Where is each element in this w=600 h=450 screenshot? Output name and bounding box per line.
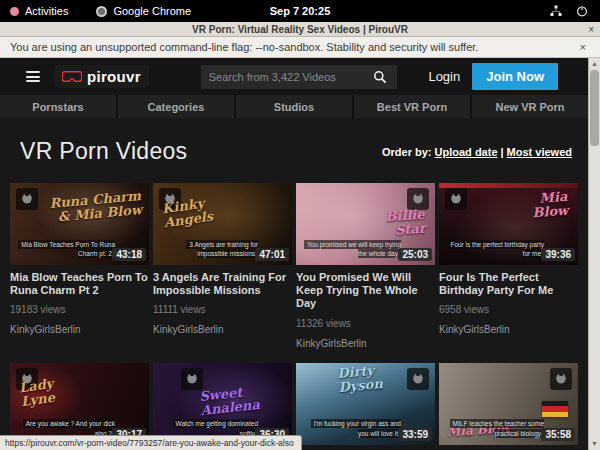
thumbnail-caption: Mia Blow Teaches Porn To Runa Charm pt. … bbox=[18, 240, 115, 260]
video-views: 11111 views bbox=[153, 304, 292, 315]
video-card: Dirty Dyson I'm fucking your virgin ass … bbox=[296, 363, 435, 450]
thumbnail-overlay-name: Billie Star bbox=[385, 208, 426, 238]
video-card: Mia Blow Four is the perfect birthday pa… bbox=[439, 183, 578, 351]
thumbnail-caption: 3 Angels are training for impossible mis… bbox=[161, 240, 258, 260]
thumbnail-caption: I'm fucking your virgin ass and you will… bbox=[304, 419, 401, 439]
video-thumbnail[interactable]: Dirty Dyson I'm fucking your virgin ass … bbox=[296, 363, 435, 445]
duration-badge: 47:01 bbox=[255, 248, 289, 261]
video-card: Billie Star You promised we will keep tr… bbox=[296, 183, 435, 351]
studio-logo-badge bbox=[16, 188, 38, 210]
video-thumbnail[interactable]: Runa Charm & Mia Blow Mia Blow Teaches P… bbox=[10, 183, 149, 265]
nav-item-categories[interactable]: Categories bbox=[118, 95, 234, 118]
studio-logo-badge bbox=[181, 368, 203, 390]
studio-link[interactable]: KinkyGirlsBerlin bbox=[10, 324, 81, 335]
studio-link[interactable]: KinkyGirlsBerlin bbox=[153, 324, 224, 335]
order-by-label: Order by: bbox=[382, 146, 432, 158]
nav-item-best-vr-porn[interactable]: Best VR Porn bbox=[354, 95, 470, 118]
nav-item-studios[interactable]: Studios bbox=[236, 95, 352, 118]
thumbnail-caption: Four is the perfect birthday party for m… bbox=[447, 240, 544, 260]
search-input[interactable] bbox=[201, 71, 363, 83]
video-thumbnail[interactable]: Kinky Angels 3 Angels are training for i… bbox=[153, 183, 292, 265]
chrome-icon bbox=[96, 6, 107, 17]
main-nav: Pornstars Categories Studios Best VR Por… bbox=[0, 95, 588, 118]
studio-link[interactable]: KinkyGirlsBerlin bbox=[439, 324, 510, 335]
video-card: Kinky Angels 3 Angels are training for i… bbox=[153, 183, 292, 351]
scrollbar-thumb[interactable] bbox=[590, 70, 599, 146]
search-button[interactable] bbox=[363, 65, 397, 89]
video-thumbnail[interactable]: Lady Lyne Are you awake ? And your dick … bbox=[10, 363, 149, 445]
thumbnail-caption: You promised we will keep trying the who… bbox=[304, 240, 401, 260]
video-title[interactable]: 3 Angels Are Training For Impossible Mis… bbox=[153, 271, 292, 297]
site-logo[interactable]: pirouvr bbox=[54, 65, 149, 88]
video-title[interactable]: Mia Blow Teaches Porn To Runa Charm Pt 2 bbox=[10, 271, 149, 297]
browser-viewport: pirouvr Login Join Now Pornstars Categor… bbox=[0, 58, 600, 450]
search-box bbox=[201, 65, 397, 89]
studio-logo-badge bbox=[550, 368, 572, 390]
power-icon[interactable] bbox=[576, 5, 588, 17]
studio-link[interactable]: KinkyGirlsBerlin bbox=[296, 338, 367, 349]
order-by-controls: Order by: Upload date|Most viewed bbox=[382, 146, 572, 158]
thumbnail-overlay-name: Dirty Dyson bbox=[337, 363, 383, 394]
thumbnail-overlay-name: Sweet Analena bbox=[199, 384, 261, 417]
video-views: 19183 views bbox=[10, 304, 149, 315]
thumbnail-overlay-name: Lady Lyne bbox=[18, 376, 56, 408]
activities-button[interactable]: Activities bbox=[10, 5, 68, 17]
scroll-down-icon[interactable]: ▼ bbox=[589, 438, 600, 450]
network-icon[interactable] bbox=[550, 5, 562, 17]
duration-badge: 35:58 bbox=[541, 428, 575, 441]
thumbnail-overlay-name: Kinky Angels bbox=[161, 196, 213, 230]
video-title[interactable]: Four Is The Perfect Birthday Party For M… bbox=[439, 271, 578, 297]
video-views: 11326 views bbox=[296, 318, 435, 329]
video-thumbnail[interactable]: Sweet Analena Watch me getting dominated… bbox=[153, 363, 292, 445]
duration-badge: 33:59 bbox=[398, 428, 432, 441]
german-flag bbox=[542, 401, 568, 417]
duration-badge: 43:18 bbox=[112, 248, 146, 261]
video-thumbnail[interactable]: Billie Star You promised we will keep tr… bbox=[296, 183, 435, 265]
studio-logo-badge bbox=[407, 368, 429, 390]
video-card: Mia Blow MILF teaches the teacher some p… bbox=[439, 363, 578, 450]
infobar-message: You are using an unsupported command-lin… bbox=[10, 41, 478, 53]
activities-label: Activities bbox=[25, 5, 68, 17]
app-menu-button[interactable]: Google Chrome bbox=[96, 5, 191, 17]
thumbnail-overlay-name: Runa Charm & Mia Blow bbox=[49, 189, 143, 224]
video-thumbnail[interactable]: Mia Blow MILF teaches the teacher some p… bbox=[439, 363, 578, 445]
nav-item-pornstars[interactable]: Pornstars bbox=[0, 95, 116, 118]
infobar-close-icon[interactable]: × bbox=[580, 41, 590, 53]
video-views: 6958 views bbox=[439, 304, 578, 315]
window-title-bar: VR Porn: Virtual Reality Sex Videos | Pi… bbox=[0, 22, 600, 37]
site-header: pirouvr Login Join Now bbox=[0, 58, 588, 95]
video-grid: Runa Charm & Mia Blow Mia Blow Teaches P… bbox=[0, 183, 588, 450]
page-scrollbar[interactable]: ▲ ▼ bbox=[588, 58, 600, 450]
search-icon bbox=[373, 70, 387, 84]
video-thumbnail[interactable]: Mia Blow Four is the perfect birthday pa… bbox=[439, 183, 578, 265]
studio-logo-badge bbox=[445, 188, 467, 210]
system-clock[interactable]: Sep 7 20:25 bbox=[0, 5, 600, 17]
thumbnail-caption: MILF teaches the teacher some practical … bbox=[447, 419, 544, 439]
status-bar-url: https://pirouvr.com/vr-porn-video/779325… bbox=[0, 435, 302, 450]
duration-badge: 39:36 bbox=[541, 248, 575, 261]
app-menu-label: Google Chrome bbox=[113, 5, 191, 17]
nav-item-new-vr-porn[interactable]: New VR Porn bbox=[472, 95, 588, 118]
video-title[interactable]: You Promised We Will Keep Trying The Who… bbox=[296, 271, 435, 311]
chrome-infobar: You are using an unsupported command-lin… bbox=[0, 37, 600, 58]
order-by-most-viewed-link[interactable]: Most viewed bbox=[507, 146, 572, 158]
site-logo-text: pirouvr bbox=[87, 68, 141, 85]
video-card: Runa Charm & Mia Blow Mia Blow Teaches P… bbox=[10, 183, 149, 351]
join-now-button[interactable]: Join Now bbox=[472, 63, 558, 90]
window-title: VR Porn: Virtual Reality Sex Videos | Pi… bbox=[192, 24, 408, 35]
thumbnail-overlay-name: Mia Blow bbox=[531, 190, 569, 220]
scroll-up-icon[interactable]: ▲ bbox=[589, 58, 600, 70]
window-close-icon[interactable]: × bbox=[588, 22, 594, 37]
duration-badge: 25:03 bbox=[398, 248, 432, 261]
system-top-bar: Activities Google Chrome Sep 7 20:25 bbox=[0, 0, 600, 22]
login-button[interactable]: Login bbox=[428, 69, 460, 84]
order-by-upload-date-link[interactable]: Upload date bbox=[435, 146, 498, 158]
vr-goggles-icon bbox=[62, 71, 82, 83]
page-title: VR Porn Videos bbox=[20, 138, 187, 165]
activities-dot-icon bbox=[10, 7, 19, 16]
hamburger-menu-icon[interactable] bbox=[26, 71, 40, 82]
